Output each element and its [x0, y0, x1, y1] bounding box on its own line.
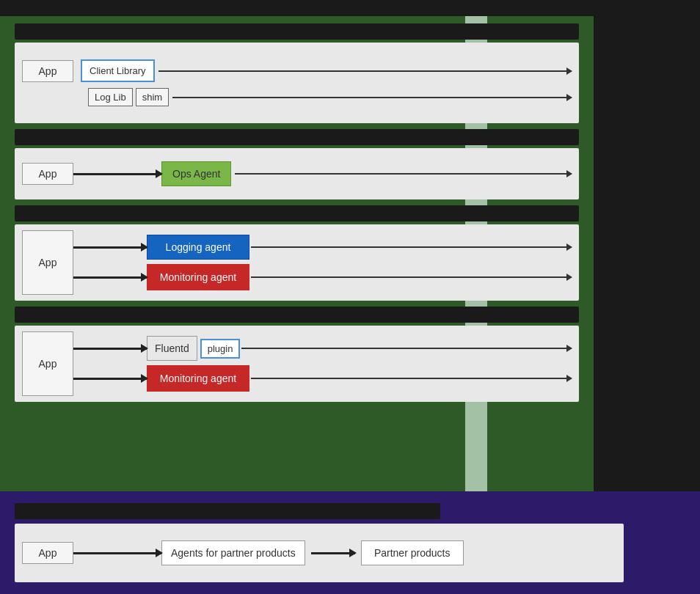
partner-dark-arrow: [73, 552, 161, 554]
right-panel: [594, 16, 700, 491]
monitoring-exit-arrow-2: [251, 378, 572, 379]
row1-client-lib-line: App Client Library: [22, 59, 572, 82]
monitoring-agent-box-1: Monitoring agent: [147, 264, 249, 290]
fluentd-exit-arrow: [241, 348, 572, 349]
ops-exit-arrow: [235, 173, 572, 175]
partner-dark-line: [73, 552, 161, 554]
monitoring-agent-row-1: Monitoring agent: [73, 264, 572, 290]
row4-header: [15, 307, 579, 323]
main-content: App Client Library Log Lib shim: [0, 16, 700, 491]
plugin-box: plugin: [200, 339, 241, 359]
monitoring-dark-arrow-2: [73, 378, 147, 380]
row1-loglib-line: Log Lib shim: [22, 88, 572, 106]
partner-body: App Agents for partner products Partner …: [15, 524, 624, 582]
fluentd-dark-line: [73, 348, 147, 350]
row2-body: App Ops Agent: [15, 148, 579, 199]
logging-monitoring-section: App Logging agent: [15, 205, 579, 301]
client-lib-arrow: [158, 70, 572, 72]
row1-header: [15, 23, 579, 40]
partner-products-box: Partner products: [361, 540, 464, 565]
fluentd-row: Fluentd plugin: [73, 336, 572, 361]
app-label-4: App: [22, 331, 73, 396]
row4-body: App Fluentd plugin: [15, 326, 579, 402]
client-library-section: App Client Library Log Lib shim: [15, 23, 579, 123]
partner-section: App Agents for partner products Partner …: [0, 491, 700, 594]
row3-body: App Logging agent: [15, 224, 579, 301]
app-label-2: App: [22, 163, 73, 185]
ops-agent-box: Ops Agent: [161, 161, 231, 186]
ops-agent-section: App Ops Agent: [15, 129, 579, 199]
partner-app-label: App: [22, 542, 73, 564]
logging-dark-line: [73, 246, 147, 249]
partner-middle-line: [311, 552, 355, 554]
row2-header: [15, 129, 579, 145]
green-section: App Client Library Log Lib shim: [0, 16, 594, 491]
fluentd-box: Fluentd: [147, 336, 197, 361]
shim-box: shim: [136, 88, 169, 106]
partner-middle-arrow: [311, 552, 355, 554]
monitoring-dark-line-2: [73, 378, 147, 380]
partner-row-header: [15, 503, 440, 519]
fluentd-dark-arrow: [73, 348, 147, 350]
client-library-box: Client Library: [81, 59, 155, 82]
partner-section-inner: App Agents for partner products Partner …: [15, 503, 685, 582]
logging-agent-row: Logging agent: [73, 235, 572, 260]
agents-partner-box: Agents for partner products: [161, 540, 305, 565]
fluentd-section: App Fluentd plugin: [15, 307, 579, 402]
loglib-shim-group: Log Lib shim: [88, 88, 169, 106]
monitoring-dark-line-1: [73, 276, 147, 279]
logging-agent-box: Logging agent: [147, 235, 249, 260]
logging-exit-arrow: [251, 246, 572, 248]
ops-arrow: [73, 173, 161, 175]
app-label-1: App: [22, 60, 73, 82]
monitoring-dark-arrow-1: [73, 276, 147, 279]
monitoring-agent-box-2: Monitoring agent: [147, 365, 249, 392]
monitoring-exit-arrow-1: [251, 276, 572, 278]
row1-body: App Client Library Log Lib shim: [15, 43, 579, 123]
top-bar: [0, 0, 700, 16]
loglib-arrow: [172, 97, 572, 98]
ops-dark-line: [73, 173, 161, 175]
logging-dark-arrow: [73, 246, 147, 249]
log-lib-box: Log Lib: [88, 88, 133, 106]
app-label-3: App: [22, 230, 73, 295]
monitoring-agent-row-2: Monitoring agent: [73, 365, 572, 392]
row3-header: [15, 205, 579, 221]
